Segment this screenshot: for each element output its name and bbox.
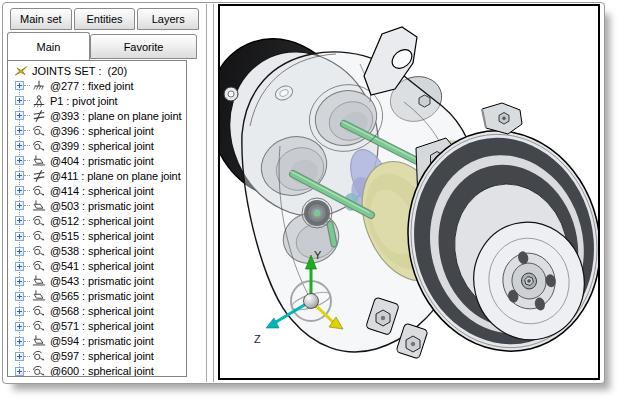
tree-item-label: @393 : plane on plane joint — [50, 110, 181, 122]
tree-item[interactable]: @404 : prismatic joint — [8, 153, 186, 168]
tree-item-label: P1 : pivot joint — [50, 95, 118, 107]
spherical-joint-icon — [31, 139, 47, 153]
tree-item-label: @543 : prismatic joint — [50, 275, 154, 287]
prismatic-joint-icon — [31, 199, 47, 213]
tree-item-label: @565 : prismatic joint — [50, 290, 154, 302]
expand-icon[interactable] — [15, 337, 24, 346]
prismatic-joint-icon — [31, 289, 47, 303]
tree-connector — [24, 85, 30, 86]
expand-icon[interactable] — [15, 216, 24, 225]
expand-icon[interactable] — [15, 81, 24, 90]
fixed-joint-icon — [31, 79, 47, 93]
spherical-joint-icon — [31, 229, 47, 243]
spherical-joint-icon — [31, 319, 47, 333]
expand-icon[interactable] — [15, 262, 24, 271]
tree-connector — [24, 281, 30, 282]
tree-item-label: @277 : fixed joint — [50, 80, 133, 92]
tab-entities[interactable]: Entities — [74, 8, 136, 30]
spherical-joint-icon — [31, 184, 47, 198]
tree-connector — [24, 356, 30, 357]
tree-item[interactable]: @571 : spherical joint — [8, 319, 186, 334]
expand-icon[interactable] — [15, 277, 24, 286]
expand-icon[interactable] — [15, 141, 24, 150]
joints-set-icon — [13, 64, 29, 78]
spherical-joint-icon — [31, 214, 47, 228]
tree-item[interactable]: @541 : spherical joint — [8, 259, 186, 274]
tree-item[interactable]: @414 : spherical joint — [8, 183, 186, 198]
tree-item[interactable]: @538 : spherical joint — [8, 244, 186, 259]
tab-favorite[interactable]: Favorite — [90, 34, 197, 59]
panel-splitter[interactable] — [206, 4, 214, 382]
tree-item[interactable]: @543 : prismatic joint — [8, 274, 186, 289]
tree-item-label: @503 : prismatic joint — [50, 200, 154, 212]
tree-connector — [24, 100, 30, 101]
tree-connector — [24, 371, 30, 372]
tree-connector — [24, 160, 30, 161]
tree-root-item[interactable]: JOINTS SET : (20) — [8, 63, 186, 78]
tree-item[interactable]: @568 : spherical joint — [8, 304, 186, 319]
tree-item[interactable]: @503 : prismatic joint — [8, 198, 186, 213]
expand-icon[interactable] — [15, 232, 24, 241]
tree-item-label: @600 : spherical joint — [50, 365, 154, 376]
tree-rows: JOINTS SET : (20) @277 : fixed joint P1 … — [8, 61, 186, 376]
tree-item[interactable]: @594 : prismatic joint — [8, 334, 186, 349]
3d-viewport[interactable]: Y Z — [218, 4, 600, 380]
expand-icon[interactable] — [15, 186, 24, 195]
expand-icon[interactable] — [15, 156, 24, 165]
tree-connector — [24, 266, 30, 267]
plane-joint-icon — [31, 109, 47, 123]
expand-icon[interactable] — [15, 96, 24, 105]
tree-item[interactable]: @565 : prismatic joint — [8, 289, 186, 304]
tree-item[interactable]: @515 : spherical joint — [8, 229, 186, 244]
expand-icon[interactable] — [15, 367, 24, 376]
tree-connector — [24, 190, 30, 191]
tree-item[interactable]: P1 : pivot joint — [8, 93, 186, 108]
tree-item-label: @571 : spherical joint — [50, 320, 154, 332]
joints-tree-panel[interactable]: JOINTS SET : (20) @277 : fixed joint P1 … — [7, 60, 187, 377]
plane-joint-icon — [31, 169, 47, 183]
expand-icon[interactable] — [15, 292, 24, 301]
clamp-lug — [482, 103, 522, 134]
tree-item[interactable]: @512 : spherical joint — [8, 213, 186, 228]
tree-item-label: @538 : spherical joint — [50, 245, 154, 257]
tree-item[interactable]: @411 : plane on plane joint — [8, 168, 186, 183]
tree-connector — [24, 175, 30, 176]
tree-connector — [24, 296, 30, 297]
application-window: Main setEntitiesLayers MainFavorite JOIN… — [2, 2, 605, 384]
tree-connector — [24, 115, 30, 116]
tab-main-set[interactable]: Main set — [10, 8, 72, 30]
spherical-joint-icon — [31, 259, 47, 273]
tree-item[interactable]: @597 : spherical joint — [8, 349, 186, 364]
tree-connector — [24, 311, 30, 312]
compressor-model[interactable] — [220, 16, 598, 372]
tree-item[interactable]: @393 : plane on plane joint — [8, 108, 186, 123]
expand-icon[interactable] — [15, 352, 24, 361]
tree-connector — [24, 130, 30, 131]
expand-icon[interactable] — [15, 111, 24, 120]
tree-connector — [24, 220, 30, 221]
tree-connector — [24, 236, 30, 237]
tree-item-label: @396 : spherical joint — [50, 125, 154, 137]
expand-icon[interactable] — [15, 201, 24, 210]
tree-item-label: @399 : spherical joint — [50, 140, 154, 152]
spherical-joint-icon — [31, 244, 47, 258]
tree-item[interactable]: @277 : fixed joint — [8, 78, 186, 93]
triad-y-label: Y — [314, 249, 322, 261]
tree-item[interactable]: @600 : spherical joint — [8, 364, 186, 376]
expand-icon[interactable] — [15, 171, 24, 180]
tree-item[interactable]: @399 : spherical joint — [8, 138, 186, 153]
tree-item-label: @404 : prismatic joint — [50, 155, 154, 167]
prismatic-joint-icon — [31, 334, 47, 348]
tree-item-label: @541 : spherical joint — [50, 260, 154, 272]
tab-main[interactable]: Main — [7, 32, 90, 60]
tab-layers[interactable]: Layers — [137, 8, 199, 30]
tree-item[interactable]: @396 : spherical joint — [8, 123, 186, 138]
tree-item-label: @414 : spherical joint — [50, 185, 154, 197]
expand-icon[interactable] — [15, 247, 24, 256]
tree-connector — [24, 251, 30, 252]
prismatic-joint-icon — [31, 274, 47, 288]
tree-item-label: @512 : spherical joint — [50, 215, 154, 227]
expand-icon[interactable] — [15, 307, 24, 316]
expand-icon[interactable] — [15, 126, 24, 135]
expand-icon[interactable] — [15, 322, 24, 331]
